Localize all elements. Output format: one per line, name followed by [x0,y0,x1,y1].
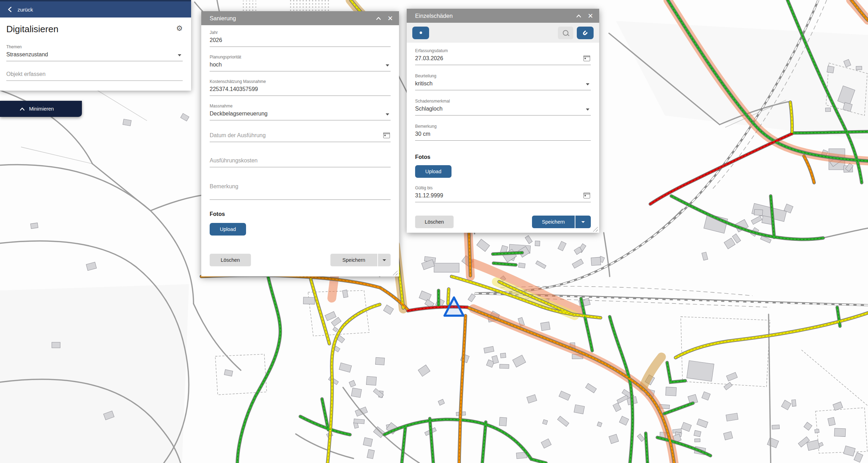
chevron-down-icon [383,259,386,261]
massnahme-label: Massnahme [210,104,391,108]
save-button[interactable]: Speichern [330,254,377,266]
fotos-heading: Fotos [210,211,391,217]
bemerkung-field[interactable]: Bemerkung 30 cm [415,124,591,141]
bemerkung-value: 30 cm [415,130,591,138]
search-button[interactable] [558,27,573,39]
save-options-button[interactable] [575,216,591,228]
calendar-icon[interactable] [583,55,590,61]
resize-handle[interactable] [393,271,398,275]
edit-toolbar [407,23,599,43]
bemerkung-label: Bemerkung [415,124,591,129]
themen-label: Themen [6,44,183,49]
close-icon[interactable]: ✕ [384,12,396,24]
save-options-button[interactable] [378,254,391,266]
kostenschaetzung-field[interactable]: Kostenschätzung Massnahme 225374.1403575… [210,79,391,96]
digitize-panel: zurück Digitalisieren ⚙ Themen Strassenz… [0,0,191,91]
sanierung-dialog: Sanierung ✕ Jahr 2026 Planungspriorität … [201,11,399,276]
point-tool-button[interactable] [412,27,429,39]
planungsprioritaet-value: hoch [210,61,391,69]
chevron-down-icon [386,113,389,115]
delete-button[interactable]: Löschen [210,254,251,266]
gueltig-bis-value: 31.12.9999 [415,192,591,199]
planungsprioritaet-select[interactable]: Planungspriorität hoch [210,55,391,71]
sanierung-dialog-title: Sanierung [210,15,372,22]
search-icon [563,30,568,36]
resize-handle[interactable] [593,227,598,232]
schadensmerkmal-select[interactable]: Schadensmerkmal Schlagloch [415,99,591,115]
kostenschaetzung-value: 225374.140357599 [210,85,391,93]
planungsprioritaet-label: Planungspriorität [210,55,391,59]
calendar-icon[interactable] [383,132,390,138]
back-label: zurück [18,7,33,13]
delete-button[interactable]: Löschen [415,216,454,228]
gueltig-bis-label: Gültig bis [415,185,591,190]
chevron-up-icon [376,16,381,20]
ausfuehrungskosten-placeholder: Ausführungskosten [210,157,391,164]
datum-placeholder: Datum der Ausführung [210,132,391,139]
back-button[interactable]: zurück [0,0,191,17]
jahr-value: 2026 [210,36,391,44]
bemerkung-field[interactable]: Bemerkung [210,183,391,200]
kostenschaetzung-label: Kostenschätzung Massnahme [210,79,391,84]
sanierung-dialog-header[interactable]: Sanierung ✕ [201,11,399,25]
save-button[interactable]: Speichern [532,216,575,228]
collapse-button[interactable] [372,12,384,24]
erfassungsdatum-field[interactable]: Erfassungsdatum 27.03.2026 [415,48,591,65]
chevron-left-icon [8,7,12,12]
objekt-erfassen-field[interactable]: Objekt erfassen [6,70,183,81]
upload-button[interactable]: Upload [210,223,246,236]
erfassungsdatum-value: 27.03.2026 [415,55,591,62]
schadensmerkmal-value: Schlagloch [415,105,591,113]
chevron-up-icon [20,107,25,111]
chevron-down-icon [386,64,389,66]
beurteilung-label: Beurteilung [415,73,591,78]
upload-button[interactable]: Upload [415,165,451,178]
schadensmerkmal-label: Schadensmerkmal [415,99,591,104]
gueltig-bis-field[interactable]: Gültig bis 31.12.9999 [415,185,591,202]
themen-value: Strassenzustand [6,51,183,58]
bemerkung-placeholder: Bemerkung [210,183,391,190]
close-icon[interactable]: ✕ [584,10,596,22]
chevron-up-icon [576,14,581,18]
ausfuehrungskosten-field[interactable]: Ausführungskosten [210,157,391,167]
datum-ausfuehrung-field[interactable]: Datum der Ausführung [210,132,391,142]
magnet-icon [582,29,589,36]
chevron-down-icon [586,83,589,85]
massnahme-select[interactable]: Massnahme Deckbelagserneuerung [210,104,391,120]
themen-select[interactable]: Themen Strassenzustand [6,44,183,61]
snapping-button[interactable] [577,27,594,39]
einzelschaeden-dialog-header[interactable]: Einzelschäden ✕ [407,9,599,23]
einzelschaeden-dialog-title: Einzelschäden [415,13,573,19]
minimize-button[interactable]: Minimieren [0,101,82,117]
fotos-heading: Fotos [415,154,591,160]
objekt-placeholder: Objekt erfassen [6,70,183,78]
app-screen: zurück Digitalisieren ⚙ Themen Strassenz… [0,0,868,463]
chevron-down-icon [586,108,589,111]
beurteilung-select[interactable]: Beurteilung kritisch [415,73,591,90]
erfassungsdatum-label: Erfassungsdatum [415,48,591,53]
calendar-icon[interactable] [583,192,590,198]
jahr-field[interactable]: Jahr 2026 [210,30,391,47]
beurteilung-value: kritisch [415,80,591,87]
point-icon [420,31,422,34]
chevron-down-icon [581,221,585,223]
jahr-label: Jahr [210,30,391,35]
einzelschaeden-dialog: Einzelschäden ✕ [407,9,599,233]
chevron-down-icon [178,54,181,56]
gear-icon[interactable]: ⚙ [176,24,183,33]
collapse-button[interactable] [573,10,584,22]
page-title: Digitalisieren [6,24,58,35]
massnahme-value: Deckbelagserneuerung [210,110,391,118]
minimize-label: Minimieren [29,106,54,112]
